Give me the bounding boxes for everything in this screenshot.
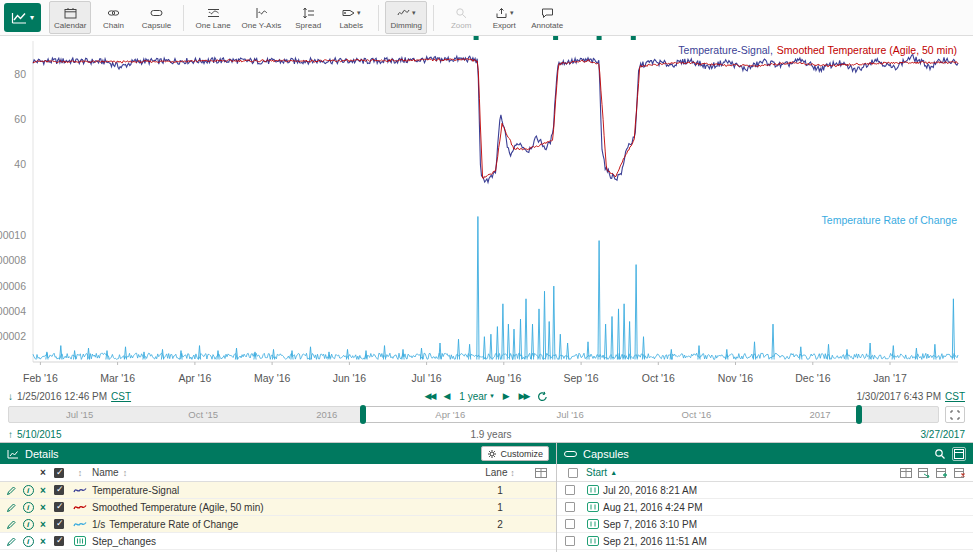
- capsule-checkbox[interactable]: [565, 519, 575, 529]
- edit-icon[interactable]: [3, 519, 20, 530]
- capsule-row[interactable]: Aug 21, 2016 4:24 PM: [557, 499, 973, 516]
- info-icon[interactable]: [23, 485, 34, 496]
- toolbar-annotate-button[interactable]: Annotate: [526, 1, 568, 34]
- toolbar-zoom-button: Zoom: [440, 1, 482, 34]
- search-icon[interactable]: [934, 448, 946, 460]
- row-checkbox[interactable]: [54, 519, 64, 529]
- capsule-row[interactable]: Sep 7, 2016 3:10 PM: [557, 516, 973, 533]
- details-row-temperature-signal[interactable]: × Temperature-Signal 1: [0, 482, 556, 499]
- pan-right-icon[interactable]: ▶: [503, 391, 510, 401]
- pan-left-icon[interactable]: ◀: [443, 391, 450, 401]
- capsule-pane-options-button[interactable]: [952, 447, 966, 461]
- row-checkbox[interactable]: [54, 536, 64, 546]
- lane-value: 1: [471, 485, 529, 496]
- remove-all-header[interactable]: ×: [36, 467, 50, 478]
- toolbar-chain-button[interactable]: Chain: [92, 1, 134, 34]
- timezone-link[interactable]: CST: [111, 391, 131, 402]
- export-grid-icon[interactable]: [918, 468, 930, 478]
- arrow-up-icon[interactable]: ↑: [8, 429, 13, 440]
- columns-icon[interactable]: [900, 468, 912, 478]
- remove-grid-icon[interactable]: [954, 468, 966, 478]
- pan-far-right-icon[interactable]: ▶▶: [519, 391, 529, 401]
- toolbar-one-lane-button[interactable]: One Lane: [190, 1, 235, 34]
- toolbar-calendar-button[interactable]: Calendar: [49, 1, 91, 34]
- time-range-slider[interactable]: Jul '15 Oct '15 2016 Apr '16 Jul '16 Oct…: [8, 406, 939, 423]
- chevron-down-icon: ▾: [30, 13, 34, 22]
- capsule-start-time: Jul 20, 2016 8:21 AM: [603, 485, 973, 496]
- sort-icon[interactable]: ↕: [78, 468, 83, 478]
- add-grid-icon[interactable]: [936, 468, 948, 478]
- customize-label: Customize: [500, 449, 543, 459]
- month-label: May '16: [254, 372, 290, 384]
- workbench-logo-button[interactable]: ▾: [4, 3, 41, 32]
- investigate-end-date: 3/27/2017: [921, 429, 966, 440]
- capsule-checkbox[interactable]: [565, 485, 575, 495]
- temperature-lane-chart[interactable]: 406080: [0, 36, 973, 206]
- timezone-link[interactable]: CST: [945, 391, 965, 402]
- lane-value: 2: [471, 519, 529, 530]
- add-column-icon[interactable]: [529, 468, 553, 478]
- capsule-row[interactable]: Sep 21, 2016 11:51 AM: [557, 533, 973, 550]
- rate-of-change-lane-chart[interactable]: 0.000020.000040.000060.000080.00010: [0, 206, 973, 372]
- toolbar-export-button[interactable]: ▾ Export: [483, 1, 525, 34]
- chevron-down-icon: ▾: [357, 9, 361, 17]
- month-label: Apr '16: [178, 372, 211, 384]
- expand-range-button[interactable]: [945, 406, 965, 423]
- capsule-icon: [583, 485, 603, 495]
- signal-icon: [68, 519, 92, 529]
- select-all-checkbox[interactable]: [54, 468, 64, 478]
- chevron-down-icon: ▾: [510, 9, 514, 17]
- start-column-label[interactable]: Start▲: [586, 467, 617, 478]
- slider-tick-label: Jul '15: [66, 409, 93, 420]
- capsule-icon: [583, 536, 603, 546]
- toolbar-capsule-button[interactable]: Capsule: [135, 1, 177, 34]
- toolbar-dimming-button[interactable]: ▾ Dimming: [385, 1, 427, 34]
- range-start-handle[interactable]: [360, 405, 366, 424]
- svg-text:0.00006: 0.00006: [0, 280, 26, 292]
- slider-tick-label: 2017: [809, 409, 830, 420]
- info-icon[interactable]: [23, 519, 34, 530]
- toolbar-button-label: Labels: [339, 21, 363, 30]
- svg-text:80: 80: [14, 68, 26, 80]
- investigate-range-labels: ↑ 5/10/2015 1.9 years 3/27/2017: [0, 426, 973, 442]
- remove-icon[interactable]: ×: [36, 519, 50, 530]
- capsule-checkbox[interactable]: [565, 536, 575, 546]
- item-name: Temperature Rate of Change: [109, 519, 238, 530]
- range-end-handle[interactable]: [856, 405, 862, 424]
- slider-tick-label: Oct '16: [682, 409, 712, 420]
- toolbar-one-y-axis-button[interactable]: One Y-Axis: [237, 1, 287, 34]
- spread-icon: [302, 7, 315, 20]
- toolbar-labels-button[interactable]: ▾ Labels: [330, 1, 372, 34]
- toolbar-spread-button[interactable]: Spread: [287, 1, 329, 34]
- select-all-capsules-checkbox[interactable]: [568, 468, 578, 478]
- row-checkbox[interactable]: [54, 485, 64, 495]
- row-checkbox[interactable]: [54, 502, 64, 512]
- pan-far-left-icon[interactable]: ◀◀: [425, 391, 435, 401]
- display-start-datetime: 1/25/2016 12:46 PM: [17, 391, 107, 402]
- edit-icon[interactable]: [3, 485, 20, 496]
- info-icon[interactable]: [23, 536, 34, 547]
- edit-icon[interactable]: [3, 536, 20, 547]
- lane-column-label[interactable]: Lane: [485, 467, 507, 478]
- duration-selector[interactable]: 1 year▾: [459, 391, 493, 402]
- lane-value: 1: [471, 502, 529, 513]
- sort-icon[interactable]: ↕: [123, 468, 128, 478]
- refresh-icon[interactable]: [537, 391, 548, 402]
- remove-icon[interactable]: ×: [36, 502, 50, 513]
- details-row-smoothed-temperature[interactable]: × Smoothed Temperature (Agile, 50 min) 1: [0, 499, 556, 516]
- details-row-temperature-rate-of-change[interactable]: × 1/sTemperature Rate of Change 2: [0, 516, 556, 533]
- info-icon[interactable]: [23, 502, 34, 513]
- capsule-start-time: Sep 21, 2016 11:51 AM: [603, 536, 973, 547]
- remove-icon[interactable]: ×: [36, 536, 50, 547]
- name-column-label[interactable]: Name: [92, 467, 119, 478]
- details-row-step-changes[interactable]: × Step_changes: [0, 533, 556, 550]
- remove-icon[interactable]: ×: [36, 485, 50, 496]
- sort-icon[interactable]: ↕: [510, 468, 515, 478]
- arrow-down-icon[interactable]: ↓: [8, 391, 13, 402]
- capsule-row[interactable]: Jul 20, 2016 8:21 AM: [557, 482, 973, 499]
- capsule-icon: [583, 519, 603, 529]
- edit-icon[interactable]: [3, 502, 20, 513]
- month-label: Sep '16: [563, 372, 598, 384]
- capsule-checkbox[interactable]: [565, 502, 575, 512]
- customize-button[interactable]: Customize: [481, 446, 549, 461]
